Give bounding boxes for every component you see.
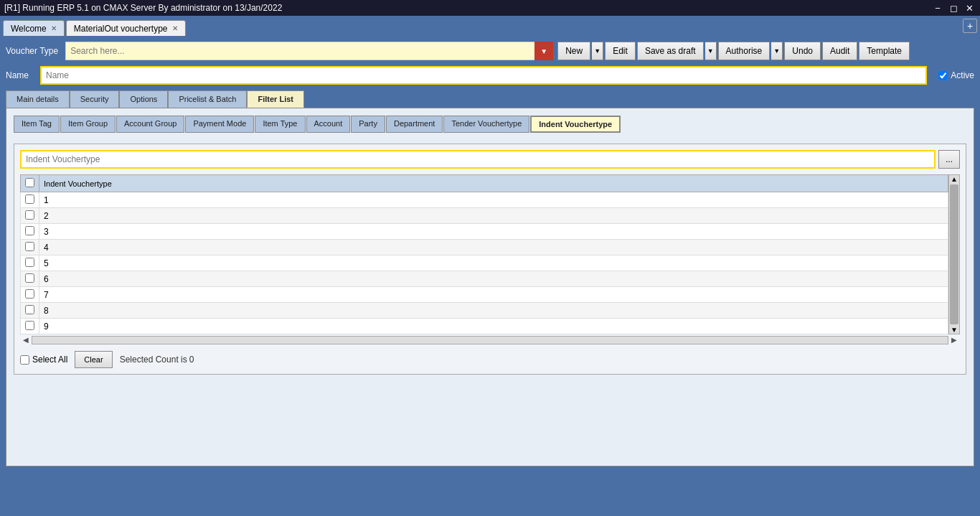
select-all-checkbox[interactable] bbox=[20, 355, 29, 365]
filter-tab-tender-vouchertype[interactable]: Tender Vouchertype bbox=[443, 116, 529, 133]
row-number: 5 bbox=[44, 258, 49, 268]
row-number: 1 bbox=[44, 195, 49, 205]
browse-button[interactable]: ... bbox=[938, 150, 960, 169]
row-number-cell: 8 bbox=[39, 303, 948, 319]
edit-button[interactable]: Edit bbox=[605, 42, 636, 60]
scroll-left-button[interactable]: ◀ bbox=[20, 334, 32, 345]
scroll-right-button[interactable]: ▶ bbox=[948, 334, 960, 345]
table-row: 6 bbox=[21, 271, 948, 287]
tab-welcome[interactable]: Welcome ✕ bbox=[3, 20, 65, 36]
indent-search-row: ... bbox=[20, 150, 960, 169]
name-row: Name Active bbox=[6, 66, 974, 85]
table-header-indent-vouchertype: Indent Vouchertype bbox=[39, 175, 948, 192]
row-checkbox-cell bbox=[21, 287, 39, 303]
close-button[interactable]: ✕ bbox=[963, 1, 976, 14]
table-header-checkbox-input[interactable] bbox=[25, 178, 34, 187]
minimize-button[interactable]: − bbox=[931, 1, 944, 14]
selected-count-label: Selected Count is bbox=[120, 355, 187, 365]
row-checkbox[interactable] bbox=[25, 305, 34, 314]
filter-tab-party[interactable]: Party bbox=[351, 116, 385, 133]
row-checkbox[interactable] bbox=[25, 242, 34, 251]
row-checkbox-cell bbox=[21, 319, 39, 334]
row-checkbox-cell bbox=[21, 271, 39, 287]
filter-tab-account[interactable]: Account bbox=[306, 116, 351, 133]
add-tab-button[interactable]: + bbox=[963, 19, 977, 33]
indent-search-input[interactable] bbox=[20, 150, 936, 169]
scroll-up-button[interactable]: ▲ bbox=[951, 175, 958, 183]
sub-tab-options[interactable]: Options bbox=[119, 90, 168, 108]
voucher-type-dropdown-button[interactable]: ▼ bbox=[534, 42, 553, 60]
select-all-label: Select All bbox=[32, 355, 67, 365]
title-text: [R1] Running ERP 5.1 on CMAX Server By a… bbox=[4, 3, 282, 13]
clear-button[interactable]: Clear bbox=[75, 351, 112, 368]
restore-button[interactable]: ◻ bbox=[947, 1, 960, 14]
row-checkbox[interactable] bbox=[25, 258, 34, 267]
undo-button[interactable]: Undo bbox=[784, 42, 821, 60]
filter-tab-department[interactable]: Department bbox=[386, 116, 443, 133]
active-label: Active bbox=[951, 70, 974, 80]
row-number-cell: 3 bbox=[39, 224, 948, 240]
selected-count-value: 0 bbox=[189, 355, 194, 365]
table-row: 9 bbox=[21, 319, 948, 334]
row-number-cell: 2 bbox=[39, 208, 948, 224]
filter-tabs: Item Tag Item Group Account Group Paymen… bbox=[14, 116, 966, 133]
name-input[interactable] bbox=[40, 66, 927, 85]
row-number-cell: 5 bbox=[39, 255, 948, 271]
authorise-button[interactable]: Authorise bbox=[718, 42, 771, 60]
row-number: 4 bbox=[44, 243, 49, 253]
table-row: 1 bbox=[21, 192, 948, 208]
save-as-draft-dropdown-button[interactable]: ▼ bbox=[705, 42, 717, 60]
tab-welcome-close[interactable]: ✕ bbox=[51, 24, 57, 32]
filter-tab-payment-mode[interactable]: Payment Mode bbox=[185, 116, 254, 133]
save-as-draft-button[interactable]: Save as draft bbox=[637, 42, 704, 60]
row-number: 2 bbox=[44, 211, 49, 221]
filter-tab-indent-vouchertype[interactable]: Indent Vouchertype bbox=[530, 116, 621, 133]
sub-tab-pricelist-batch[interactable]: Pricelist & Batch bbox=[168, 90, 247, 108]
main-content: Voucher Type ▼ New ▼ Edit Save as draft … bbox=[0, 36, 980, 516]
selected-count: Selected Count is 0 bbox=[120, 355, 194, 365]
tab-materialout[interactable]: MaterialOut vouchertype ✕ bbox=[66, 20, 186, 36]
sub-tab-security[interactable]: Security bbox=[70, 90, 120, 108]
tab-materialout-label: MaterialOut vouchertype bbox=[74, 24, 168, 34]
sub-tabs: Main details Security Options Pricelist … bbox=[6, 90, 974, 108]
voucher-type-row: Voucher Type ▼ New ▼ Edit Save as draft … bbox=[6, 42, 974, 60]
new-button[interactable]: New bbox=[557, 42, 590, 60]
row-number: 6 bbox=[44, 274, 49, 284]
voucher-type-search-input[interactable] bbox=[65, 42, 553, 60]
row-number-cell: 6 bbox=[39, 271, 948, 287]
row-checkbox-cell bbox=[21, 255, 39, 271]
title-bar: [R1] Running ERP 5.1 on CMAX Server By a… bbox=[0, 0, 980, 16]
row-checkbox-cell bbox=[21, 240, 39, 255]
authorise-label: Authorise bbox=[726, 46, 763, 56]
row-checkbox[interactable] bbox=[25, 273, 34, 283]
window-controls: − ◻ ✕ bbox=[931, 1, 976, 14]
scroll-down-button[interactable]: ▼ bbox=[951, 326, 958, 334]
sub-tab-filter-list[interactable]: Filter List bbox=[247, 90, 304, 108]
row-number: 7 bbox=[44, 290, 49, 300]
filter-tab-item-tag[interactable]: Item Tag bbox=[14, 116, 60, 133]
table-row: 7 bbox=[21, 287, 948, 303]
row-number: 8 bbox=[44, 306, 49, 316]
audit-button[interactable]: Audit bbox=[822, 42, 857, 60]
row-checkbox[interactable] bbox=[25, 226, 34, 235]
filter-tab-account-group[interactable]: Account Group bbox=[116, 116, 184, 133]
row-checkbox-cell bbox=[21, 208, 39, 224]
row-checkbox[interactable] bbox=[25, 210, 34, 220]
row-checkbox[interactable] bbox=[25, 194, 34, 204]
filter-tab-item-group[interactable]: Item Group bbox=[60, 116, 116, 133]
row-checkbox[interactable] bbox=[25, 321, 34, 330]
tab-materialout-close[interactable]: ✕ bbox=[172, 24, 178, 32]
authorise-dropdown-button[interactable]: ▼ bbox=[771, 42, 783, 60]
active-checkbox[interactable] bbox=[938, 71, 948, 80]
table-row: 8 bbox=[21, 303, 948, 319]
table-row: 2 bbox=[21, 208, 948, 224]
row-checkbox-cell bbox=[21, 192, 39, 208]
bottom-bar: Select All Clear Selected Count is 0 bbox=[20, 351, 960, 368]
template-button[interactable]: Template bbox=[859, 42, 910, 60]
filter-tab-item-type[interactable]: Item Type bbox=[255, 116, 305, 133]
row-checkbox[interactable] bbox=[25, 289, 34, 299]
h-scrollbar[interactable] bbox=[32, 336, 948, 344]
sub-tab-main-details[interactable]: Main details bbox=[6, 90, 70, 108]
new-dropdown-button[interactable]: ▼ bbox=[592, 42, 603, 60]
horizontal-scroll-row: ◀ ▶ bbox=[20, 334, 960, 345]
